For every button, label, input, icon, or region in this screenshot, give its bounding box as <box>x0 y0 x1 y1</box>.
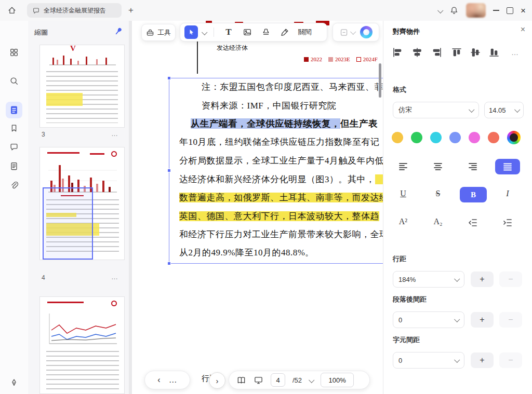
doc-line[interactable]: 从2月的49.9%降至10月的48.8%。 <box>179 247 314 259</box>
thumb-highlight <box>46 93 83 106</box>
doc-line[interactable]: 注：东盟五国包含印度尼西亚、马来西亚、菲 <box>202 81 383 93</box>
text-tool-button[interactable]: T <box>221 25 236 39</box>
font-family-select[interactable]: 仿宋 <box>393 102 479 118</box>
line-spacing-increase-button[interactable]: + <box>471 271 494 287</box>
text-align-right-button[interactable] <box>465 159 481 174</box>
doc-line-heading[interactable]: 从生产端看，全球供应链持续恢复，但生产表 <box>191 117 378 130</box>
page-dropdown[interactable] <box>309 375 313 385</box>
increase-indent-button[interactable] <box>500 215 515 230</box>
resize-handle-bottom-left[interactable] <box>167 262 171 265</box>
page-thumbnail-3[interactable]: V <box>39 45 125 128</box>
comment-icon[interactable] <box>9 142 19 152</box>
bottom-nav-group: ‹ … <box>144 371 190 389</box>
pen-nib-icon[interactable] <box>9 378 19 387</box>
page-more-button[interactable]: … <box>111 273 118 281</box>
italic-button[interactable]: I <box>499 189 516 198</box>
align-center-vertical-button[interactable] <box>409 45 425 60</box>
color-swatch-magenta[interactable] <box>469 132 480 143</box>
ai-assistant-icon[interactable] <box>360 26 373 38</box>
color-swatch-blue[interactable] <box>449 132 461 143</box>
paperclip-icon[interactable] <box>9 181 19 190</box>
panel-close-button[interactable]: × <box>521 25 525 34</box>
home-button[interactable] <box>5 4 19 17</box>
text-align-left-button[interactable] <box>395 159 411 174</box>
align-left-edges-button[interactable] <box>390 45 405 60</box>
tools-button[interactable]: 工具 <box>141 24 176 41</box>
doc-line[interactable]: 数普遍走高，如俄罗斯、土耳其、南非等，而发达经 <box>179 192 383 204</box>
doc-line[interactable]: 和经济下行压力对工业生产前景带来较大影响，全球 <box>179 228 383 241</box>
vertical-scrollbar[interactable] <box>379 63 381 98</box>
close-button[interactable]: × <box>521 6 526 15</box>
reading-mode-icon[interactable] <box>236 375 246 385</box>
select-tool-active[interactable] <box>184 25 198 39</box>
align-bottom-edges-button[interactable] <box>486 45 502 60</box>
presentation-mode-icon[interactable] <box>254 375 263 385</box>
minimize-button[interactable] <box>493 10 499 11</box>
decrease-indent-button[interactable] <box>465 215 481 230</box>
page-number-label: 4 <box>42 274 45 281</box>
subscript-button[interactable]: A₂ <box>429 217 447 226</box>
pin-icon[interactable] <box>113 26 124 36</box>
doc-line[interactable]: 年10月底，纽约联储全球供应链压力指数降至有记 <box>179 136 380 148</box>
maximize-button[interactable] <box>507 7 513 14</box>
doc-line[interactable]: 达经济体和新兴经济体分化明显（图3）。其中， <box>179 173 383 186</box>
line-spacing-select[interactable]: 184% <box>393 271 464 288</box>
color-swatch-cyan[interactable] <box>430 132 442 143</box>
signature-tool-button[interactable] <box>277 25 292 39</box>
bell-icon[interactable] <box>449 6 459 15</box>
underline-button[interactable]: U <box>394 189 412 198</box>
search-icon[interactable] <box>9 76 19 86</box>
align-middle-horizontal-button[interactable] <box>468 45 483 60</box>
zoom-level[interactable]: 100% <box>321 373 354 387</box>
color-wheel-custom[interactable] <box>507 131 521 144</box>
next-page-button[interactable]: › <box>209 372 225 389</box>
paragraph-spacing-select[interactable]: 0 <box>393 311 464 328</box>
align-more-button[interactable]: … <box>507 45 523 60</box>
image-tool-button[interactable] <box>240 25 255 39</box>
apps-grid-icon[interactable] <box>9 48 19 57</box>
page-thumbnail-4[interactable] <box>39 147 125 260</box>
doc-line[interactable]: 英国、德国、意大利下行，日本波动较大，整体趋 <box>179 210 379 223</box>
notes-page-icon[interactable] <box>9 161 19 171</box>
line-spacing-decrease-button[interactable]: − <box>499 271 522 287</box>
review-tool-label[interactable]: 關閱 <box>298 28 312 37</box>
text-align-center-button[interactable] <box>430 159 446 174</box>
text-align-justify-button-active[interactable] <box>495 159 520 174</box>
user-avatar[interactable] <box>466 3 486 18</box>
chevron-down-icon[interactable] <box>438 6 442 15</box>
font-size-select[interactable]: 14.05 <box>484 102 524 118</box>
color-swatch-yellow[interactable] <box>392 132 403 143</box>
color-swatch-green[interactable] <box>411 132 422 143</box>
color-swatch-salmon[interactable] <box>488 132 499 143</box>
paragraph-spacing-increase-button[interactable]: + <box>471 312 494 328</box>
stamp-preview-icon <box>340 28 349 37</box>
align-right-edges-button[interactable] <box>429 45 445 60</box>
character-spacing-select[interactable]: 0 <box>393 352 464 369</box>
current-page-input[interactable]: 4 <box>271 373 285 387</box>
character-spacing-decrease-button[interactable]: − <box>499 352 522 368</box>
stamp-tool-button[interactable] <box>259 25 273 39</box>
thumb-line-chart <box>46 310 119 347</box>
resize-handle-top-left[interactable] <box>167 76 171 80</box>
new-tab-button[interactable]: + <box>125 4 137 17</box>
paragraph-spacing-decrease-button[interactable]: − <box>499 312 522 328</box>
previous-page-button[interactable]: ‹ <box>157 375 160 385</box>
stamp-preview-dropdown[interactable] <box>340 28 355 37</box>
doc-line[interactable]: 资料来源：IMF，中国银行研究院 <box>202 100 336 112</box>
superscript-button[interactable]: A² <box>394 217 412 226</box>
doc-line[interactable]: 分析局数据显示，全球工业生产量于4月触及年内低 <box>179 155 383 167</box>
pdf-page[interactable]: 发达经济体 2022 2023E 2024F 注：东盟五国包含印度尼西亚、马来西… <box>132 21 383 394</box>
align-top-edges-button[interactable] <box>449 45 464 60</box>
viewport-indicator[interactable] <box>43 187 93 260</box>
select-tool-dropdown[interactable] <box>202 28 206 37</box>
sidebar-item-document-active[interactable] <box>6 102 22 118</box>
bookmark-icon[interactable] <box>9 124 19 133</box>
document-tab[interactable]: 全球经济金融展望报告 <box>27 3 122 18</box>
bold-button-active[interactable]: B <box>460 187 487 202</box>
more-options-button[interactable]: … <box>169 375 177 385</box>
strikethrough-button[interactable]: S <box>429 189 447 198</box>
resize-handle-mid-left[interactable] <box>167 169 171 172</box>
page-more-button[interactable]: … <box>111 130 118 138</box>
character-spacing-increase-button[interactable]: + <box>471 352 494 368</box>
page-thumbnail-5[interactable] <box>39 296 125 394</box>
